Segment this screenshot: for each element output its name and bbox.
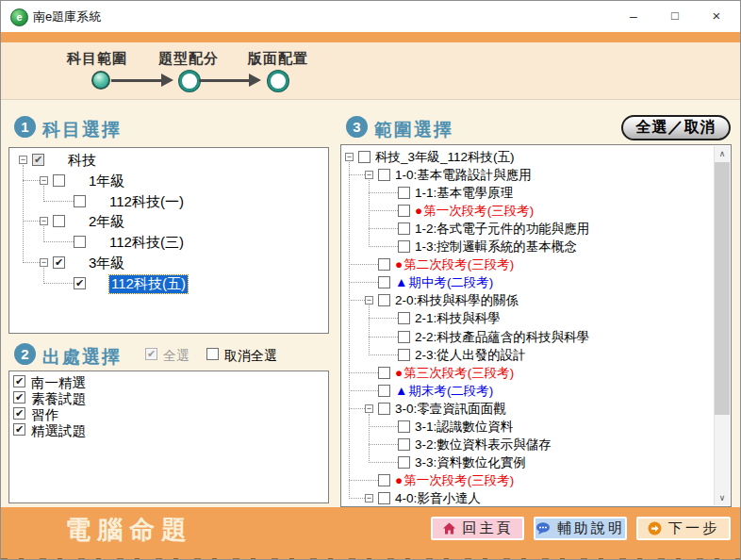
source-checkbox[interactable]: ✔ bbox=[13, 391, 25, 404]
node-label-wrap[interactable]: 科技 bbox=[68, 152, 96, 170]
tree-node[interactable]: ●第三次段考(三段考) bbox=[341, 364, 731, 382]
tree-node[interactable]: 3-1:認識數位資料 bbox=[341, 418, 731, 436]
node-checkbox[interactable] bbox=[74, 195, 86, 207]
node-checkbox[interactable] bbox=[378, 403, 390, 415]
node-checkbox[interactable] bbox=[358, 151, 370, 163]
node-label-wrap[interactable]: 112科技(一) bbox=[109, 193, 184, 211]
node-label-wrap[interactable]: 1-1:基本電學原理 bbox=[415, 185, 513, 202]
node-checkbox[interactable] bbox=[378, 385, 390, 397]
node-label-wrap[interactable]: 112科技(五) bbox=[109, 275, 188, 293]
select-all-toggle-button[interactable]: 全選／取消 bbox=[621, 115, 731, 140]
source-checkbox[interactable]: ✔ bbox=[13, 407, 25, 420]
tree-node[interactable]: −1年級 bbox=[9, 171, 328, 191]
source-list-item[interactable]: ✔精選試題 bbox=[9, 422, 328, 438]
node-checkbox[interactable] bbox=[398, 312, 410, 324]
node-label-wrap[interactable]: 3-0:零壹資訊面面觀 bbox=[395, 401, 506, 418]
tree-node[interactable]: ●第一次段考(三段考) bbox=[341, 471, 731, 489]
node-checkbox[interactable] bbox=[53, 174, 65, 187]
tree-node[interactable]: −1-0:基本電路設計與應用 bbox=[341, 166, 731, 184]
node-label-wrap[interactable]: 1-0:基本電路設計與應用 bbox=[395, 167, 532, 184]
collapse-icon[interactable]: − bbox=[19, 156, 27, 164]
tree-node[interactable]: 3-2:數位資料表示與儲存 bbox=[341, 436, 731, 453]
node-label-wrap[interactable]: 3-3:資料數位化實例 bbox=[415, 454, 526, 471]
node-checkbox[interactable] bbox=[398, 240, 410, 253]
node-label-wrap[interactable]: 4-0:影音小達人 bbox=[395, 490, 481, 507]
node-label-wrap[interactable]: 科技_3年級_112科技(五) bbox=[375, 149, 515, 166]
tree-node[interactable]: 1-2:各式電子元件的功能與應用 bbox=[341, 220, 731, 238]
tree-node[interactable]: −2-0:科技與科學的關係 bbox=[341, 291, 731, 309]
node-checkbox[interactable]: ✔ bbox=[53, 256, 65, 269]
tree-node[interactable]: ▲期中考(二段考) bbox=[341, 273, 731, 291]
node-checkbox[interactable] bbox=[378, 492, 390, 504]
tree-node[interactable]: ▲期末考(二段考) bbox=[341, 382, 731, 400]
node-checkbox[interactable] bbox=[398, 420, 410, 433]
node-label-wrap[interactable]: 3年級 bbox=[89, 255, 124, 272]
node-checkbox[interactable] bbox=[398, 349, 410, 361]
tree-node[interactable]: 2-2:科技產品蘊含的科技與科學 bbox=[341, 328, 731, 346]
tree-node[interactable]: ●第二次段考(三段考) bbox=[341, 255, 731, 273]
source-list-item[interactable]: ✔南一精選 bbox=[9, 374, 328, 390]
node-label-wrap[interactable]: 1年級 bbox=[89, 173, 124, 190]
collapse-icon[interactable]: − bbox=[365, 171, 373, 179]
node-label-wrap[interactable]: ●第一次段考(三段考) bbox=[415, 203, 534, 220]
node-checkbox[interactable] bbox=[378, 367, 390, 379]
help-button[interactable]: 輔助說明 bbox=[534, 517, 627, 540]
node-checkbox[interactable] bbox=[378, 169, 390, 181]
collapse-icon[interactable]: − bbox=[365, 404, 373, 413]
maximize-button[interactable]: □ bbox=[659, 5, 691, 27]
node-label-wrap[interactable]: 112科技(三) bbox=[109, 234, 184, 252]
collapse-icon[interactable]: − bbox=[40, 176, 48, 185]
node-label-wrap[interactable]: 2-2:科技產品蘊含的科技與科學 bbox=[415, 329, 589, 346]
node-label-wrap[interactable]: ▲期中考(二段考) bbox=[395, 274, 493, 291]
node-checkbox[interactable]: ✔ bbox=[32, 154, 44, 166]
source-checkbox[interactable]: ✔ bbox=[13, 423, 25, 436]
node-label-wrap[interactable]: 2年級 bbox=[89, 213, 124, 231]
tree-node[interactable]: 112科技(三) bbox=[9, 232, 328, 253]
node-label-wrap[interactable]: 3-1:認識數位資料 bbox=[415, 419, 513, 436]
tree-node[interactable]: −✔科技 bbox=[9, 150, 328, 171]
tree-node[interactable]: 2-3:從人出發的設計 bbox=[341, 346, 731, 364]
collapse-icon[interactable]: − bbox=[365, 296, 373, 305]
tree-node[interactable]: 1-1:基本電學原理 bbox=[341, 184, 731, 202]
next-step-button[interactable]: 下一步 bbox=[636, 517, 731, 540]
node-checkbox[interactable] bbox=[398, 187, 410, 199]
tree-node[interactable]: 112科技(一) bbox=[9, 191, 328, 212]
source-checkbox[interactable]: ✔ bbox=[13, 375, 25, 387]
node-label-wrap[interactable]: ●第二次段考(三段考) bbox=[395, 256, 514, 273]
tree-node[interactable]: 2-1:科技與科學 bbox=[341, 309, 731, 327]
node-checkbox[interactable] bbox=[398, 205, 410, 217]
home-button[interactable]: 回主頁 bbox=[431, 517, 524, 540]
node-label-wrap[interactable]: ●第一次段考(三段考) bbox=[395, 472, 514, 489]
node-checkbox[interactable] bbox=[378, 474, 390, 486]
tree-node[interactable]: ●第一次段考(三段考) bbox=[341, 202, 731, 220]
close-button[interactable]: × bbox=[700, 5, 733, 27]
deselect-all-checkbox[interactable] bbox=[206, 348, 219, 360]
node-label-wrap[interactable]: 2-3:從人出發的設計 bbox=[415, 347, 526, 364]
collapse-icon[interactable]: − bbox=[40, 258, 48, 267]
node-checkbox[interactable] bbox=[378, 294, 390, 306]
collapse-icon[interactable]: − bbox=[365, 494, 373, 502]
node-checkbox[interactable] bbox=[398, 222, 410, 235]
collapse-icon[interactable]: − bbox=[345, 153, 354, 161]
node-label-wrap[interactable]: 3-2:數位資料表示與儲存 bbox=[415, 436, 552, 453]
minimize-button[interactable]: – bbox=[618, 5, 650, 27]
source-list-item[interactable]: ✔素養試題 bbox=[9, 390, 328, 406]
tree-node[interactable]: 1-3:控制邏輯系統的基本概念 bbox=[341, 238, 731, 255]
node-label-wrap[interactable]: 1-2:各式電子元件的功能與應用 bbox=[415, 221, 589, 238]
node-checkbox[interactable] bbox=[398, 456, 410, 469]
tree-node[interactable]: −✔3年級 bbox=[9, 253, 328, 273]
tree-node[interactable]: 3-3:資料數位化實例 bbox=[341, 453, 731, 471]
node-checkbox[interactable] bbox=[53, 215, 65, 227]
tree-node[interactable]: −2年級 bbox=[9, 211, 328, 232]
node-checkbox[interactable] bbox=[398, 438, 410, 451]
node-checkbox[interactable] bbox=[398, 331, 410, 343]
node-checkbox[interactable] bbox=[378, 276, 390, 288]
node-label-wrap[interactable]: 2-1:科技與科學 bbox=[415, 310, 501, 327]
node-label-wrap[interactable]: ▲期末考(二段考) bbox=[395, 383, 493, 400]
source-list-item[interactable]: ✔習作 bbox=[9, 406, 328, 422]
tree-node[interactable]: −3-0:零壹資訊面面觀 bbox=[341, 400, 731, 418]
node-checkbox[interactable] bbox=[74, 236, 86, 248]
node-label-wrap[interactable]: ●第三次段考(三段考) bbox=[395, 365, 514, 382]
select-all-checkbox[interactable]: ✔ bbox=[145, 348, 157, 360]
tree-node[interactable]: −科技_3年級_112科技(五) bbox=[341, 148, 731, 166]
